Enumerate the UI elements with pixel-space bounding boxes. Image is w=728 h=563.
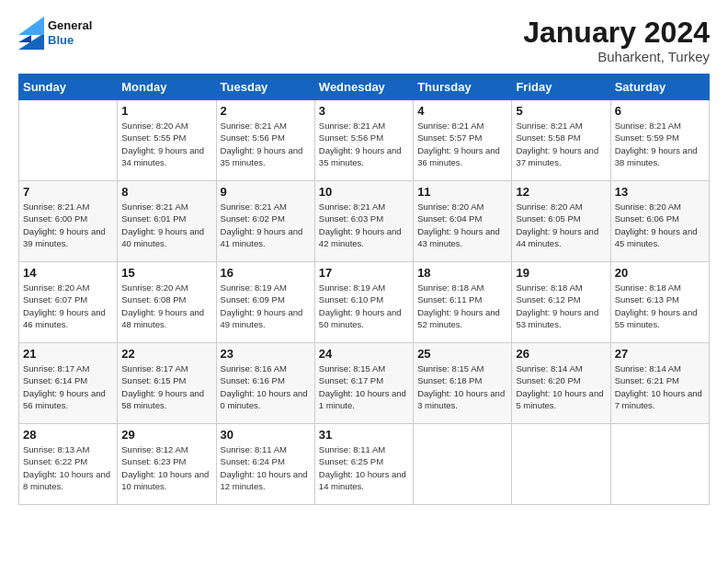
- day-info: Sunrise: 8:21 AM Sunset: 5:58 PM Dayligh…: [516, 120, 606, 168]
- daylight-text: Daylight: 9 hours and 46 minutes.: [23, 306, 113, 331]
- daylight-text: Daylight: 10 hours and 5 minutes.: [516, 387, 606, 412]
- daylight-text: Daylight: 10 hours and 1 minute.: [319, 387, 409, 412]
- table-row: 1 Sunrise: 8:20 AM Sunset: 5:55 PM Dayli…: [118, 100, 216, 181]
- sunrise-text: Sunrise: 8:21 AM: [221, 201, 311, 213]
- day-info: Sunrise: 8:13 AM Sunset: 6:22 PM Dayligh…: [23, 443, 113, 492]
- sunrise-text: Sunrise: 8:21 AM: [319, 120, 409, 132]
- daylight-text: Daylight: 9 hours and 45 minutes.: [615, 225, 705, 250]
- table-row: 7 Sunrise: 8:21 AM Sunset: 6:00 PM Dayli…: [19, 181, 118, 262]
- table-row: 4 Sunrise: 8:21 AM Sunset: 5:57 PM Dayli…: [414, 100, 512, 181]
- day-number: 30: [221, 428, 311, 442]
- day-info: Sunrise: 8:11 AM Sunset: 6:24 PM Dayligh…: [221, 443, 311, 492]
- sunrise-text: Sunrise: 8:20 AM: [121, 282, 211, 293]
- day-number: 16: [221, 266, 311, 280]
- day-info: Sunrise: 8:19 AM Sunset: 6:09 PM Dayligh…: [221, 282, 311, 330]
- daylight-text: Daylight: 10 hours and 8 minutes.: [23, 468, 113, 493]
- table-row: 29 Sunrise: 8:12 AM Sunset: 6:23 PM Dayl…: [118, 424, 216, 505]
- sunrise-text: Sunrise: 8:18 AM: [516, 282, 606, 293]
- day-info: Sunrise: 8:21 AM Sunset: 5:57 PM Dayligh…: [417, 120, 507, 168]
- sunset-text: Sunset: 5:56 PM: [221, 132, 311, 144]
- calendar-week-row: 14 Sunrise: 8:20 AM Sunset: 6:07 PM Dayl…: [19, 262, 710, 343]
- daylight-text: Daylight: 10 hours and 10 minutes.: [121, 468, 211, 493]
- day-number: 14: [23, 266, 113, 280]
- day-info: Sunrise: 8:17 AM Sunset: 6:14 PM Dayligh…: [23, 362, 113, 411]
- sunset-text: Sunset: 6:20 PM: [516, 374, 606, 386]
- daylight-text: Daylight: 9 hours and 50 minutes.: [319, 306, 409, 331]
- table-row: 21 Sunrise: 8:17 AM Sunset: 6:14 PM Dayl…: [19, 343, 118, 424]
- day-info: Sunrise: 8:20 AM Sunset: 6:07 PM Dayligh…: [23, 282, 113, 330]
- table-row: 16 Sunrise: 8:19 AM Sunset: 6:09 PM Dayl…: [216, 262, 314, 343]
- day-number: 9: [221, 185, 311, 199]
- sunset-text: Sunset: 6:23 PM: [121, 455, 211, 467]
- table-row: 30 Sunrise: 8:11 AM Sunset: 6:24 PM Dayl…: [216, 424, 314, 505]
- day-number: 15: [121, 266, 211, 280]
- sunrise-text: Sunrise: 8:20 AM: [417, 201, 507, 213]
- sunrise-text: Sunrise: 8:20 AM: [516, 201, 606, 213]
- sunrise-text: Sunrise: 8:21 AM: [23, 201, 113, 213]
- daylight-text: Daylight: 9 hours and 37 minutes.: [516, 144, 606, 169]
- table-row: 12 Sunrise: 8:20 AM Sunset: 6:05 PM Dayl…: [512, 181, 610, 262]
- day-number: 20: [615, 266, 705, 280]
- sunrise-text: Sunrise: 8:12 AM: [121, 443, 211, 455]
- daylight-text: Daylight: 9 hours and 48 minutes.: [121, 306, 211, 331]
- day-number: 2: [221, 104, 311, 118]
- sunrise-text: Sunrise: 8:18 AM: [615, 282, 705, 293]
- day-info: Sunrise: 8:20 AM Sunset: 6:06 PM Dayligh…: [615, 201, 705, 249]
- sunset-text: Sunset: 6:18 PM: [417, 374, 507, 386]
- sunrise-text: Sunrise: 8:15 AM: [417, 362, 507, 374]
- page: General Blue January 2024 Buharkent, Tur…: [0, 0, 728, 563]
- daylight-text: Daylight: 9 hours and 38 minutes.: [615, 144, 705, 169]
- table-row: [610, 424, 709, 505]
- header-sunday: Sunday: [19, 75, 118, 100]
- header-tuesday: Tuesday: [216, 75, 314, 100]
- sunset-text: Sunset: 6:04 PM: [417, 213, 507, 224]
- sunrise-text: Sunrise: 8:21 AM: [516, 120, 606, 132]
- sunset-text: Sunset: 5:55 PM: [121, 132, 211, 144]
- table-row: 24 Sunrise: 8:15 AM Sunset: 6:17 PM Dayl…: [314, 343, 413, 424]
- day-number: 21: [23, 347, 113, 361]
- sunset-text: Sunset: 6:00 PM: [23, 213, 113, 224]
- day-info: Sunrise: 8:14 AM Sunset: 6:21 PM Dayligh…: [615, 362, 705, 411]
- day-info: Sunrise: 8:19 AM Sunset: 6:10 PM Dayligh…: [319, 282, 409, 330]
- sunrise-text: Sunrise: 8:21 AM: [121, 201, 211, 213]
- daylight-text: Daylight: 9 hours and 39 minutes.: [23, 225, 113, 250]
- day-number: 24: [319, 347, 409, 361]
- daylight-text: Daylight: 9 hours and 35 minutes.: [319, 144, 409, 169]
- day-info: Sunrise: 8:21 AM Sunset: 6:00 PM Dayligh…: [23, 201, 113, 249]
- day-info: Sunrise: 8:16 AM Sunset: 6:16 PM Dayligh…: [221, 362, 311, 411]
- sunset-text: Sunset: 6:17 PM: [319, 374, 409, 386]
- day-number: 26: [516, 347, 606, 361]
- sunrise-text: Sunrise: 8:21 AM: [615, 120, 705, 132]
- sunset-text: Sunset: 6:07 PM: [23, 293, 113, 305]
- day-number: 17: [319, 266, 409, 280]
- sunset-text: Sunset: 6:09 PM: [221, 293, 311, 305]
- table-row: 2 Sunrise: 8:21 AM Sunset: 5:56 PM Dayli…: [216, 100, 314, 181]
- sunrise-text: Sunrise: 8:16 AM: [221, 362, 311, 374]
- table-row: 31 Sunrise: 8:11 AM Sunset: 6:25 PM Dayl…: [314, 424, 413, 505]
- sunset-text: Sunset: 6:16 PM: [221, 374, 311, 386]
- sunrise-text: Sunrise: 8:15 AM: [319, 362, 409, 374]
- logo-text: General Blue: [48, 18, 92, 47]
- sunset-text: Sunset: 6:22 PM: [23, 455, 113, 467]
- calendar-week-row: 28 Sunrise: 8:13 AM Sunset: 6:22 PM Dayl…: [19, 424, 710, 505]
- title-block: January 2024 Buharkent, Turkey: [523, 17, 710, 64]
- day-number: 8: [121, 185, 211, 199]
- table-row: 13 Sunrise: 8:20 AM Sunset: 6:06 PM Dayl…: [610, 181, 709, 262]
- sunrise-text: Sunrise: 8:21 AM: [417, 120, 507, 132]
- day-number: 25: [417, 347, 507, 361]
- day-info: Sunrise: 8:15 AM Sunset: 6:18 PM Dayligh…: [417, 362, 507, 411]
- day-info: Sunrise: 8:11 AM Sunset: 6:25 PM Dayligh…: [319, 443, 409, 492]
- sunset-text: Sunset: 5:59 PM: [615, 132, 705, 144]
- day-number: 22: [121, 347, 211, 361]
- sunset-text: Sunset: 6:11 PM: [417, 293, 507, 305]
- table-row: 6 Sunrise: 8:21 AM Sunset: 5:59 PM Dayli…: [610, 100, 709, 181]
- sunrise-text: Sunrise: 8:11 AM: [319, 443, 409, 455]
- sunset-text: Sunset: 6:10 PM: [319, 293, 409, 305]
- day-info: Sunrise: 8:21 AM Sunset: 6:03 PM Dayligh…: [319, 201, 409, 249]
- table-row: 8 Sunrise: 8:21 AM Sunset: 6:01 PM Dayli…: [118, 181, 216, 262]
- sunrise-text: Sunrise: 8:19 AM: [319, 282, 409, 293]
- daylight-text: Daylight: 9 hours and 53 minutes.: [516, 306, 606, 331]
- sunset-text: Sunset: 6:13 PM: [615, 293, 705, 305]
- table-row: 17 Sunrise: 8:19 AM Sunset: 6:10 PM Dayl…: [314, 262, 413, 343]
- sunset-text: Sunset: 6:14 PM: [23, 374, 113, 386]
